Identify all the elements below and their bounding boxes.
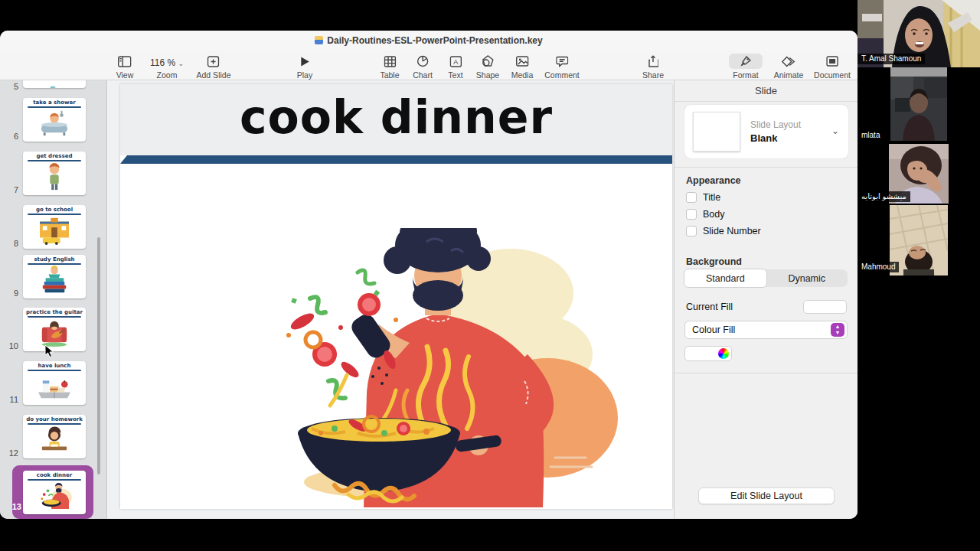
checkbox-label: Slide Number	[703, 226, 761, 236]
table-icon	[380, 54, 399, 69]
share-toolbar-button[interactable]: Share	[642, 54, 664, 80]
appearance-option-slide-number: Slide Number	[686, 226, 761, 236]
lunch-thumb-illustration	[23, 371, 86, 402]
appearance-heading: Appearance	[686, 175, 741, 186]
comment-icon	[544, 54, 580, 69]
slide-title[interactable]: cook dinner	[120, 90, 672, 144]
current-fill-swatch[interactable]	[803, 300, 847, 314]
slide-number: 6	[0, 132, 18, 141]
slide-number: 7	[0, 185, 18, 194]
toolbar-label: Share	[642, 70, 664, 80]
slide-canvas[interactable]: cook dinner	[108, 80, 674, 519]
toolbar-label: Animate	[774, 70, 804, 80]
fill-color-well[interactable]	[684, 346, 732, 361]
homework-thumb-illustration	[23, 425, 86, 455]
video-participant-tile[interactable]: Mahmoud	[858, 205, 980, 276]
fill-type-value: Colour Fill	[685, 324, 735, 335]
animate-toolbar-button[interactable]: Animate	[774, 54, 804, 80]
keynote-doc-icon	[315, 36, 323, 44]
slide-thumbnail[interactable]: take a shower	[23, 98, 86, 142]
slide-number: 9	[0, 289, 18, 298]
checkbox[interactable]	[686, 192, 697, 203]
view-icon	[116, 54, 134, 69]
toolbar-label: Format	[729, 70, 763, 80]
color-wheel-icon[interactable]	[718, 348, 729, 359]
dark-room-person-video	[890, 67, 947, 144]
slide-layout-card[interactable]: Slide Layout Blank ⌄	[684, 105, 848, 158]
english-thumb-illustration	[23, 265, 86, 295]
thumbnail-title: have lunch	[23, 361, 86, 369]
checkbox[interactable]	[686, 226, 697, 236]
sidebar-scrollbar[interactable]	[97, 237, 100, 474]
keynote-window: Daily-Routines-ESL-PowerPoint-Presentati…	[0, 31, 858, 519]
comment-toolbar-button[interactable]: Comment	[544, 54, 580, 80]
slide-number: 10	[0, 341, 18, 350]
table-toolbar-button[interactable]: Table	[380, 54, 399, 80]
participant-name: mlata	[858, 130, 884, 141]
slide-thumbnail[interactable]	[23, 80, 86, 88]
partial-thumb-illustration	[23, 80, 86, 88]
toolbar: View116 % ⌄ZoomAdd SlidePlayTableChartAT…	[0, 51, 858, 80]
media-icon	[511, 54, 534, 69]
document-title: Daily-Routines-ESL-PowerPoint-Presentati…	[0, 35, 858, 46]
document-icon	[814, 54, 851, 69]
slide-thumbnail[interactable]: go to school	[23, 205, 86, 249]
thumbnail-title: go to school	[23, 205, 86, 213]
chart-icon	[413, 54, 433, 69]
toolbar-label: Play	[297, 70, 312, 80]
checkbox[interactable]	[686, 209, 697, 220]
media-toolbar-button[interactable]: Media	[511, 54, 534, 80]
document-toolbar-button[interactable]: Document	[814, 54, 851, 80]
video-participant-tile[interactable]: T. Amal Shamoun	[858, 0, 980, 67]
chart-toolbar-button[interactable]: Chart	[413, 54, 433, 80]
tab-standard[interactable]: Standard	[684, 269, 767, 288]
tab-dynamic[interactable]: Dynamic	[766, 269, 848, 287]
slide-layout-label: Slide Layout	[750, 119, 801, 130]
cooking-illustration[interactable]	[281, 228, 618, 509]
zoom-toolbar-button[interactable]: 116 % ⌄Zoom	[150, 54, 184, 80]
slide-number: 11	[0, 395, 18, 404]
slide-title-band[interactable]: cook dinner	[120, 84, 672, 155]
view-toolbar-button[interactable]: View	[116, 54, 134, 80]
toolbar-label: Document	[814, 70, 851, 80]
toolbar-label: Media	[511, 70, 534, 80]
add-slide-toolbar-button[interactable]: Add Slide	[197, 54, 231, 80]
slide-thumbnail[interactable]: get dressed	[23, 152, 86, 195]
zoom-value[interactable]: 116 % ⌄	[150, 57, 184, 68]
slide-thumbnail-selected[interactable]: 13 cook dinner	[12, 465, 93, 519]
slide-layout-thumbnail	[693, 112, 740, 152]
chevron-down-icon[interactable]: ⌄	[831, 126, 839, 136]
slide-number: 12	[0, 448, 18, 458]
slide-thumbnail[interactable]: do your homework	[23, 415, 86, 458]
play-toolbar-button[interactable]: Play	[297, 54, 312, 80]
slide-thumbnail[interactable]: cook dinner	[23, 471, 86, 514]
edit-slide-layout-button[interactable]: Edit Slide Layout	[698, 487, 835, 504]
share-icon	[642, 54, 664, 69]
slide-navigator: 56take a shower7get dressed8go to school…	[0, 80, 107, 519]
fill-type-select[interactable]: Colour Fill ▲▼	[684, 321, 848, 339]
format-icon	[729, 54, 763, 69]
checkbox-label: Title	[703, 192, 720, 203]
toolbar-label: Table	[380, 70, 399, 80]
format-toolbar-button[interactable]: Format	[729, 54, 763, 80]
slide-thumbnail[interactable]: study English	[23, 255, 86, 298]
stepper-icon[interactable]: ▲▼	[831, 323, 844, 337]
slide-thumbnail[interactable]: have lunch	[23, 361, 86, 405]
slide-accent-bar[interactable]	[120, 155, 672, 164]
video-participant-tile[interactable]: mlata	[858, 67, 980, 144]
svg-text:A: A	[453, 58, 458, 66]
text-icon: A	[448, 54, 462, 69]
toolbar-label: Zoom	[150, 70, 184, 80]
video-participant-tile[interactable]: ميششو ابوتايه	[858, 144, 980, 205]
appearance-option-body: Body	[686, 209, 725, 220]
slide-number: 13	[3, 502, 21, 511]
slide-thumbnail[interactable]: practice the guitar	[23, 308, 86, 351]
current-slide[interactable]: cook dinner	[120, 84, 672, 509]
text-toolbar-button[interactable]: AText	[448, 54, 462, 80]
background-heading: Background	[686, 256, 742, 267]
animate-icon	[774, 54, 804, 69]
shape-toolbar-button[interactable]: Shape	[476, 54, 499, 80]
toolbar-label: Shape	[476, 70, 499, 80]
format-inspector: Slide Slide Layout Blank ⌄ Appearance Ti…	[674, 80, 858, 519]
add-slide-icon	[197, 54, 231, 69]
